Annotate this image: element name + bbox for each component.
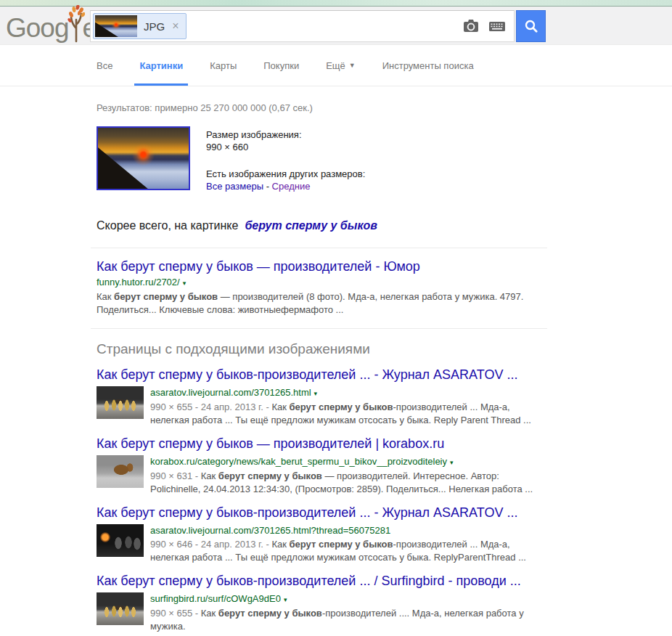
result-title-link[interactable]: Как берут сперму у быков-производителей … <box>97 505 517 521</box>
chevron-down-icon: ▼ <box>349 62 356 69</box>
tab-all[interactable]: Все <box>97 45 112 86</box>
divider <box>91 328 547 329</box>
result-url: funny.hutor.ru/2702/▾ <box>97 276 672 290</box>
result-title-link[interactable]: Как берут сперму у быков-производителей … <box>97 367 517 383</box>
search-input[interactable] <box>187 11 462 41</box>
keyboard-icon[interactable] <box>488 18 507 34</box>
logo-text-pre: Goog <box>6 13 69 43</box>
image-query-chip[interactable]: JPG × <box>93 13 187 39</box>
result-title-link[interactable]: Как берут сперму у быков-производителей … <box>97 574 521 589</box>
best-guess-prefix: Скорее всего, на картинке <box>97 219 238 232</box>
matching-result: Как берут сперму у быков-производителей … <box>97 505 672 564</box>
best-guess-line: Скорее всего, на картинкеберут сперму у … <box>97 219 672 232</box>
matching-result: Как берут сперму у быков — производителе… <box>97 436 672 496</box>
top-web-result: Как берут сперму у быков — производителе… <box>97 259 672 317</box>
search-bar[interactable]: JPG × <box>90 10 515 42</box>
tab-more[interactable]: Ещё▼ <box>326 45 356 86</box>
tab-shopping[interactable]: Покупки <box>263 45 299 86</box>
other-sizes-label: Есть изображения других размеров: <box>206 168 365 180</box>
browser-edge-strip <box>0 0 672 7</box>
result-snippet: 990 × 655 - Как берут сперму у быков-про… <box>150 607 546 633</box>
camera-icon[interactable] <box>462 18 480 34</box>
result-snippet: 990 × 631 - Как берут сперму у быков — п… <box>150 470 546 496</box>
result-url: korabox.ru/category/news/kak_berut_sperm… <box>150 455 546 469</box>
google-logo[interactable]: Goog e <box>6 5 97 54</box>
result-thumbnail[interactable] <box>97 524 144 557</box>
result-snippet: 990 × 655 - 24 апр. 2013 г. - Как берут … <box>150 401 546 427</box>
result-url: asaratov.livejournal.com/3701265.html?th… <box>150 524 546 537</box>
other-sizes-links: Все размеры - Средние <box>206 180 365 192</box>
result-thumbnail[interactable] <box>97 455 144 488</box>
query-image-panel: Размер изображения: 990 × 660 Есть изобр… <box>97 126 672 192</box>
search-icon <box>524 19 538 33</box>
url-dropdown-icon[interactable]: ▾ <box>284 596 287 603</box>
query-image-thumbnail <box>95 15 137 37</box>
link-separator: - <box>263 181 272 192</box>
result-thumbnail[interactable] <box>97 592 144 625</box>
url-dropdown-icon[interactable]: ▾ <box>450 459 454 466</box>
result-title-link[interactable]: Как берут сперму у быков — производителе… <box>97 436 444 452</box>
all-sizes-link[interactable]: Все размеры <box>206 181 263 192</box>
matching-pages-heading: Страницы с подходящими изображениями <box>97 341 672 358</box>
result-stats: Результатов: примерно 25 270 000 000 (0,… <box>97 102 672 113</box>
result-thumbnail[interactable] <box>97 386 144 419</box>
best-guess-link[interactable]: берут сперму у быков <box>245 219 377 232</box>
result-snippet: 990 × 646 - 24 апр. 2013 г. - Как берут … <box>150 538 546 564</box>
result-title-link[interactable]: Как берут сперму у быков — производителе… <box>97 259 420 274</box>
image-size-label: Размер изображения: <box>206 129 365 141</box>
tab-images[interactable]: Картинки <box>139 45 183 86</box>
query-image-large-thumbnail[interactable] <box>97 126 190 190</box>
medium-sizes-link[interactable]: Средние <box>272 181 311 192</box>
search-mode-tabs: Все Картинки Карты Покупки Ещё▼ Инструме… <box>0 45 672 86</box>
divider <box>91 248 547 248</box>
tab-maps[interactable]: Карты <box>210 45 237 86</box>
results-area: Результатов: примерно 25 270 000 000 (0,… <box>0 102 672 633</box>
search-header: Goog e JPG × <box>0 7 672 45</box>
image-size-value: 990 × 660 <box>206 141 365 153</box>
matching-result: Как берут сперму у быков-производителей … <box>97 367 672 427</box>
result-snippet: Как берут сперму у быков — производителе… <box>97 290 545 317</box>
result-url: surfingbird.ru/surf/cOWgA9dE0▾ <box>150 592 546 606</box>
result-url: asaratov.livejournal.com/3701265.html▾ <box>150 386 546 400</box>
search-button[interactable] <box>516 10 546 42</box>
url-dropdown-icon[interactable]: ▾ <box>183 280 187 287</box>
chip-label: JPG <box>144 20 165 33</box>
url-dropdown-icon[interactable]: ▾ <box>314 390 318 397</box>
tab-search-tools[interactable]: Инструменты поиска <box>382 45 474 86</box>
close-icon[interactable]: × <box>171 20 180 33</box>
matching-result: Как берут сперму у быков-производителей … <box>97 574 672 633</box>
